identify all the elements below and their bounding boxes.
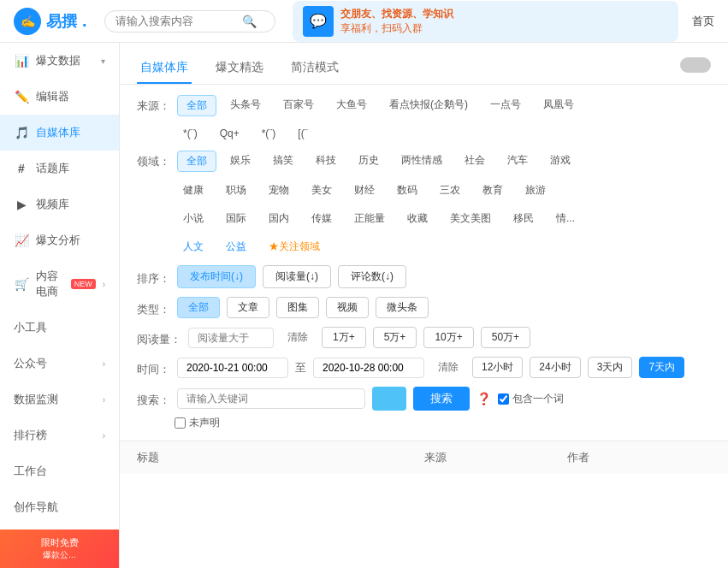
promo-banner[interactable]: 限时免费 爆款公... xyxy=(0,530,119,568)
domain-tag-society[interactable]: 社会 xyxy=(456,151,494,172)
count-btn-10w[interactable]: 10万+ xyxy=(423,327,473,348)
sidebar-item-workspace[interactable]: 工作台 xyxy=(0,453,119,489)
declare-row: 未声明 xyxy=(137,416,711,430)
domain-tag-pet[interactable]: 宠物 xyxy=(260,180,298,200)
source-tag-other[interactable]: [(¨ xyxy=(289,125,316,142)
sidebar-item-ranking[interactable]: 排行榜 › xyxy=(0,417,119,453)
domain-tag-media[interactable]: 传媒 xyxy=(303,209,340,228)
sort-btn-time[interactable]: 发布时间(↓) xyxy=(177,265,256,288)
domain-tag-emotion2[interactable]: 情... xyxy=(547,209,583,228)
domain-tag-game[interactable]: 游戏 xyxy=(542,151,579,172)
source-tag-qq[interactable]: Qq+ xyxy=(211,125,248,142)
domain-tag-beauty[interactable]: 美女 xyxy=(303,180,340,200)
sort-btn-read[interactable]: 阅读量(↓) xyxy=(263,265,331,288)
domain-label: 领域： xyxy=(137,151,170,169)
time-btn-3d[interactable]: 3天内 xyxy=(588,357,633,378)
domain-tag-culture[interactable]: 人文 xyxy=(175,237,212,257)
declare-checkbox-input[interactable] xyxy=(175,417,186,429)
domain-tag-workplace[interactable]: 职场 xyxy=(217,180,255,200)
type-btn-video[interactable]: 视频 xyxy=(326,297,369,318)
source-tag-dayu[interactable]: 大鱼号 xyxy=(328,95,376,116)
time-end-input[interactable] xyxy=(313,358,424,378)
time-btn-12h[interactable]: 12小时 xyxy=(472,357,523,378)
tab-boom-selection[interactable]: 爆文精选 xyxy=(212,53,267,84)
domain-tag-digital[interactable]: 数码 xyxy=(388,180,426,200)
sidebar-item-self-media[interactable]: 🎵 自媒体库 xyxy=(0,115,119,151)
domain-filter-row1: 领域： 全部 娱乐 搞笑 科技 历史 两性情感 社会 汽车 游戏 xyxy=(137,151,711,172)
count-btn-1w[interactable]: 1万+ xyxy=(322,327,366,348)
sidebar-item-ecommerce[interactable]: 🛒 内容电商 NEW › xyxy=(0,258,119,310)
source-tag-yidian[interactable]: 一点号 xyxy=(482,95,530,116)
sidebar-item-editor[interactable]: ✏️ 编辑器 xyxy=(0,79,119,115)
sort-btn-comment[interactable]: 评论数(↓) xyxy=(338,265,406,288)
domain-tag-immigration[interactable]: 移民 xyxy=(505,209,542,228)
domain-tag-all[interactable]: 全部 xyxy=(177,151,216,172)
keyword-input[interactable] xyxy=(177,388,365,409)
sidebar-label-editor: 编辑器 xyxy=(36,89,105,104)
sidebar-item-monitor[interactable]: 数据监测 › xyxy=(0,382,119,417)
domain-tag-positive[interactable]: 正能量 xyxy=(346,209,394,228)
search-bar[interactable]: 🔍 xyxy=(104,10,275,33)
sidebar-label-creation: 创作导航 xyxy=(14,500,105,515)
count-btn-50w[interactable]: 50万+ xyxy=(481,327,530,348)
domain-tag-tech[interactable]: 科技 xyxy=(307,151,345,172)
read-clear-btn[interactable]: 清除 xyxy=(281,327,315,348)
sidebar-item-topic[interactable]: # 话题库 xyxy=(0,151,119,186)
domain-tag-international[interactable]: 国际 xyxy=(217,209,255,228)
domain-tag-domestic[interactable]: 国内 xyxy=(260,209,298,228)
sidebar-item-tools[interactable]: 小工具 xyxy=(0,310,119,346)
sidebar-item-creation[interactable]: 创作导航 xyxy=(0,489,119,525)
domain-tag-arts[interactable]: 美文美图 xyxy=(441,209,500,228)
domain-tag-sannong[interactable]: 三农 xyxy=(431,180,469,200)
domain-tag-follow[interactable]: ★关注领域 xyxy=(260,237,328,257)
declare-label: 未声明 xyxy=(189,416,220,430)
color-picker-box[interactable] xyxy=(372,387,406,411)
tab-simple-mode[interactable]: 简洁模式 xyxy=(287,53,342,84)
domain-tag-novel[interactable]: 小说 xyxy=(175,209,212,228)
time-btn-24h[interactable]: 24小时 xyxy=(530,357,580,378)
type-btn-gallery[interactable]: 图集 xyxy=(276,297,319,318)
sidebar-item-analysis[interactable]: 📈 爆文分析 xyxy=(0,222,119,258)
type-btn-article[interactable]: 文章 xyxy=(227,297,269,318)
sidebar-item-boom-data[interactable]: 📊 爆文数据 ▾ xyxy=(0,43,119,79)
search-input[interactable] xyxy=(115,15,235,27)
source-tag-wx[interactable]: *(¨) xyxy=(175,125,206,142)
sidebar-item-video[interactable]: ▶ 视频库 xyxy=(0,186,119,222)
declare-checkbox[interactable]: 未声明 xyxy=(175,416,220,430)
help-icon[interactable]: ❓ xyxy=(476,392,491,405)
include-checkbox-input[interactable] xyxy=(498,393,509,405)
source-tag-baijia[interactable]: 百家号 xyxy=(275,95,323,116)
domain-tag-car[interactable]: 汽车 xyxy=(499,151,536,172)
domain-tag-travel[interactable]: 旅游 xyxy=(517,180,554,200)
domain-tag-history[interactable]: 历史 xyxy=(350,151,388,172)
search-execute-btn[interactable]: 搜索 xyxy=(413,387,470,411)
count-btn-5w[interactable]: 5万+ xyxy=(373,327,417,348)
tab-self-media-lib[interactable]: 自媒体库 xyxy=(137,53,192,84)
domain-tag-education[interactable]: 教育 xyxy=(474,180,512,200)
logo: ✍ 易撰 . xyxy=(14,8,87,35)
source-tag-kandian[interactable]: 看点快报(企鹅号) xyxy=(381,95,476,116)
source-tag-all[interactable]: 全部 xyxy=(177,95,216,116)
domain-tag-funny[interactable]: 搞笑 xyxy=(264,151,302,172)
sidebar-item-public[interactable]: 公众号 › xyxy=(0,346,119,382)
type-btn-micro[interactable]: 微头条 xyxy=(376,297,429,318)
include-one-word-checkbox[interactable]: 包含一个词 xyxy=(498,392,564,406)
type-btn-all[interactable]: 全部 xyxy=(177,297,220,318)
source-tags: 全部 头条号 百家号 大鱼号 看点快报(企鹅号) 一点号 凤凰号 xyxy=(177,95,711,116)
time-clear-btn[interactable]: 清除 xyxy=(431,357,465,378)
domain-tag-collection[interactable]: 收藏 xyxy=(399,209,436,228)
domain-tag-emotion[interactable]: 两性情感 xyxy=(393,151,451,172)
source-tag-wx2[interactable]: *(¨) xyxy=(253,125,285,142)
sidebar-label-tools: 小工具 xyxy=(14,320,105,335)
domain-tag-entertainment[interactable]: 娱乐 xyxy=(222,151,259,172)
time-btn-7d[interactable]: 7天内 xyxy=(639,357,684,378)
domain-tag-finance[interactable]: 财经 xyxy=(346,180,383,200)
header-home[interactable]: 首页 xyxy=(692,14,714,29)
source-tag-fenghuang[interactable]: 凤凰号 xyxy=(535,95,583,116)
simple-mode-toggle[interactable] xyxy=(680,57,711,73)
source-tag-toutiao[interactable]: 头条号 xyxy=(222,95,269,116)
domain-tag-health[interactable]: 健康 xyxy=(175,180,212,200)
read-input[interactable] xyxy=(188,328,274,348)
domain-tag-charity[interactable]: 公益 xyxy=(217,237,255,257)
time-start-input[interactable] xyxy=(177,358,288,378)
